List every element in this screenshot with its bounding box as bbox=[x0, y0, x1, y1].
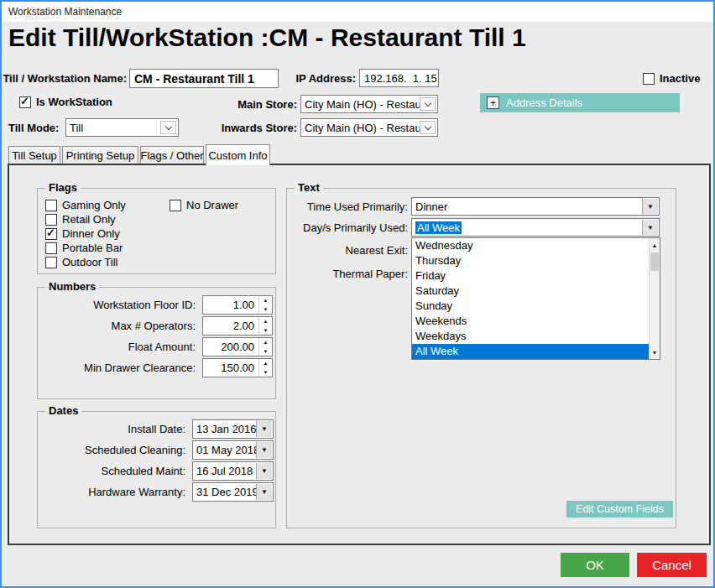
tab-custom-info[interactable]: Custom Info bbox=[206, 144, 270, 165]
checkbox-retail-only[interactable]: ✓ Retail Only bbox=[45, 213, 116, 226]
is-workstation-checkbox[interactable]: ✓ Is WorkStation bbox=[19, 96, 112, 108]
max-operators-spinner[interactable]: 2.00 ▲▼ bbox=[202, 316, 273, 336]
combo-arrow-icon[interactable]: ▼ bbox=[642, 199, 658, 214]
checkbox-box[interactable]: ✓ bbox=[170, 200, 181, 211]
inactive-checkbox-label: Inactive bbox=[660, 72, 700, 85]
page-title: Edit Till/WorkStation :CM - Restaurant T… bbox=[8, 23, 526, 52]
min-drawer-clearance-spinner[interactable]: 150.00 ▲▼ bbox=[202, 358, 273, 377]
spin-up-icon[interactable]: ▲ bbox=[259, 359, 272, 368]
thermal-paper-label: Thermal Paper: bbox=[290, 264, 408, 283]
till-workstation-name-input[interactable]: CM - Restaurant Till 1 bbox=[129, 69, 279, 88]
max-operators-label: Max # Operators: bbox=[41, 316, 196, 335]
tab-label: Till Setup bbox=[12, 149, 57, 162]
combo-arrow-icon[interactable]: ▼ bbox=[256, 463, 272, 479]
checkbox-portable-bar[interactable]: ✓ Portable Bar bbox=[45, 242, 123, 254]
spin-down-icon[interactable]: ▼ bbox=[259, 347, 272, 356]
min-drawer-clearance-label: Min Drawer Clearance: bbox=[41, 358, 196, 377]
ok-button[interactable]: OK bbox=[561, 553, 629, 577]
inactive-checkbox-box[interactable]: ✓ bbox=[643, 73, 655, 85]
checkbox-label: Gaming Only bbox=[62, 199, 126, 211]
combo-arrow-icon[interactable]: ▼ bbox=[256, 421, 272, 437]
scheduled-maint-label: Scheduled Maint: bbox=[41, 461, 185, 480]
dropdown-item-sunday[interactable]: Sunday bbox=[412, 299, 649, 314]
dropdown-item-thursday[interactable]: Thursday bbox=[412, 253, 649, 268]
date-value: 13 Jan 2016 bbox=[196, 423, 257, 435]
install-date-picker[interactable]: 13 Jan 2016 ▼ bbox=[192, 419, 274, 439]
till-mode-select[interactable]: Till bbox=[65, 118, 179, 137]
dropdown-item-weekends[interactable]: Weekends bbox=[412, 314, 649, 329]
is-workstation-checkbox-box[interactable]: ✓ bbox=[19, 96, 31, 108]
scheduled-maint-picker[interactable]: 16 Jul 2018 ▼ bbox=[192, 461, 274, 481]
scrollbar-thumb[interactable] bbox=[650, 252, 659, 271]
days-primarily-used-value: All Week bbox=[415, 221, 462, 234]
spin-up-icon[interactable]: ▲ bbox=[259, 317, 272, 326]
time-used-primarily-value: Dinner bbox=[415, 200, 447, 213]
scroll-up-icon[interactable]: ▲ bbox=[650, 238, 660, 252]
dropdown-item-saturday[interactable]: Saturday bbox=[412, 284, 649, 299]
main-store-select[interactable]: City Main (HO) - Restaur bbox=[300, 95, 438, 113]
tab-label: Printing Setup bbox=[66, 149, 135, 162]
checkbox-gaming-only[interactable]: ✓ Gaming Only bbox=[45, 199, 126, 211]
combo-arrow-icon[interactable]: ▼ bbox=[256, 442, 272, 458]
spin-down-icon[interactable]: ▼ bbox=[259, 326, 272, 336]
numbers-group-title: Numbers bbox=[45, 280, 99, 293]
date-value: 01 May 2018 bbox=[196, 444, 259, 456]
dropdown-scrollbar[interactable]: ▲ ▼ bbox=[649, 238, 660, 359]
scheduled-cleaning-picker[interactable]: 01 May 2018 ▼ bbox=[192, 440, 274, 460]
spinner-value: 1.00 bbox=[203, 296, 254, 314]
dropdown-item-friday[interactable]: Friday bbox=[412, 268, 649, 284]
spin-down-icon[interactable]: ▼ bbox=[259, 305, 272, 315]
checkbox-box[interactable]: ✓ bbox=[45, 200, 57, 211]
checkbox-no-drawer[interactable]: ✓ No Drawer bbox=[170, 199, 238, 211]
window-title: Workstation Maintenance bbox=[8, 2, 122, 22]
spinner-buttons: ▲▼ bbox=[258, 317, 272, 335]
date-value: 16 Jul 2018 bbox=[196, 465, 253, 477]
checkbox-outdoor-till[interactable]: ✓ Outdoor Till bbox=[45, 256, 117, 268]
spin-down-icon[interactable]: ▼ bbox=[259, 368, 272, 377]
tab-label: Custom Info bbox=[208, 149, 267, 162]
spinner-value: 150.00 bbox=[203, 359, 254, 377]
main-store-dropdown-button[interactable] bbox=[420, 97, 436, 111]
checkbox-box[interactable]: ✓ bbox=[45, 257, 57, 268]
tab-till-setup[interactable]: Till Setup bbox=[8, 146, 60, 164]
float-amount-spinner[interactable]: 200.00 ▲▼ bbox=[202, 337, 273, 356]
ip-address-input[interactable]: 192.168. 1. 15 bbox=[359, 69, 439, 87]
checkbox-box[interactable]: ✓ bbox=[45, 242, 57, 254]
address-details-button[interactable]: + Address Details bbox=[480, 93, 680, 112]
spin-up-icon[interactable]: ▲ bbox=[259, 296, 272, 305]
cancel-button[interactable]: Cancel bbox=[637, 553, 707, 577]
tab-printing-setup[interactable]: Printing Setup bbox=[62, 146, 138, 164]
inwards-store-dropdown-button[interactable] bbox=[420, 121, 436, 134]
hardware-warranty-picker[interactable]: 31 Dec 2019 ▼ bbox=[192, 482, 274, 502]
inwards-store-select[interactable]: City Main (HO) - Restaur bbox=[300, 118, 438, 137]
combo-arrow-icon[interactable]: ▼ bbox=[642, 220, 658, 235]
days-dropdown-list: Wednesday Thursday Friday Saturday Sunda… bbox=[411, 237, 660, 360]
scroll-down-icon[interactable]: ▼ bbox=[650, 346, 660, 359]
till-workstation-name-value: CM - Restaurant Till 1 bbox=[134, 72, 254, 86]
title-bar[interactable]: Workstation Maintenance bbox=[2, 2, 713, 22]
dates-groupbox: Dates Install Date: 13 Jan 2016 ▼ Schedu… bbox=[37, 411, 276, 528]
dropdown-item-label: Wednesday bbox=[415, 239, 472, 252]
edit-custom-fields-button[interactable]: Edit Custom Fields bbox=[566, 501, 673, 518]
combo-arrow-icon[interactable]: ▼ bbox=[256, 484, 272, 500]
spinner-value: 200.00 bbox=[203, 338, 254, 356]
workstation-floor-id-spinner[interactable]: 1.00 ▲▼ bbox=[202, 295, 273, 315]
numbers-groupbox: Numbers Workstation Floor ID: 1.00 ▲▼ Ma… bbox=[37, 287, 276, 399]
dropdown-item-wednesday[interactable]: Wednesday bbox=[412, 238, 649, 253]
tab-flags-other[interactable]: Flags / Other bbox=[140, 146, 204, 164]
till-mode-dropdown-button[interactable] bbox=[160, 121, 176, 134]
spin-up-icon[interactable]: ▲ bbox=[259, 338, 272, 347]
checkbox-box[interactable]: ✓ bbox=[45, 228, 57, 240]
inactive-checkbox[interactable]: ✓ Inactive bbox=[643, 72, 700, 85]
dropdown-item-all-week[interactable]: All Week bbox=[412, 344, 649, 359]
date-value: 31 Dec 2019 bbox=[196, 486, 258, 498]
dropdown-item-weekdays[interactable]: Weekdays bbox=[412, 329, 649, 344]
spinner-buttons: ▲▼ bbox=[258, 359, 272, 377]
days-primarily-used-select[interactable]: All Week ▼ bbox=[411, 218, 660, 237]
dropdown-item-label: Weekdays bbox=[415, 330, 466, 342]
dropdown-item-label: All Week bbox=[415, 345, 458, 357]
checkmark-icon: ✓ bbox=[20, 95, 29, 107]
checkbox-dinner-only[interactable]: ✓ Dinner Only bbox=[45, 227, 120, 240]
checkbox-box[interactable]: ✓ bbox=[45, 214, 57, 226]
time-used-primarily-select[interactable]: Dinner ▼ bbox=[411, 197, 660, 216]
